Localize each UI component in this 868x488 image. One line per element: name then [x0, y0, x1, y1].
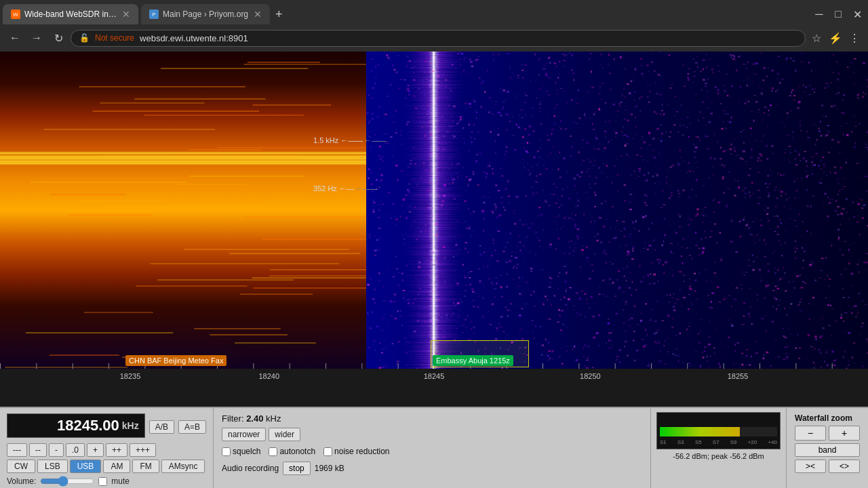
mute-label: mute: [111, 476, 130, 486]
browser-chrome: W Wide-band WebSDR in Ensc... ✕ P Main P…: [0, 0, 868, 52]
nav-right-button[interactable]: <>: [829, 460, 860, 473]
tune-point0-button[interactable]: .0: [66, 443, 85, 457]
window-controls: ─ □ ✕: [811, 6, 868, 22]
tab-close-websdr[interactable]: ✕: [122, 9, 130, 20]
meter-bar: [660, 427, 740, 436]
tab-bar: W Wide-band WebSDR in Ensc... ✕ P Main P…: [0, 0, 868, 24]
waterfall-display[interactable]: 1.5 kHz ←—— 352 Hz ←— 18235 18240 18245 …: [0, 52, 868, 384]
tune-p-button[interactable]: +: [87, 443, 104, 457]
squelch-label[interactable]: squelch: [222, 447, 260, 456]
zoom-out-button[interactable]: −: [795, 426, 826, 441]
aeqb-button[interactable]: A=B: [178, 420, 206, 434]
waterfall-zoom-title: Waterfall zoom: [795, 413, 860, 423]
filter-unit: kHz: [266, 413, 281, 424]
tune-dd-button[interactable]: --: [29, 443, 47, 457]
waterfall-zoom-section: Waterfall zoom − + band >< <>: [787, 408, 868, 488]
security-lock-icon: 🔓: [79, 33, 90, 43]
meter-scale: S1 S3 S5 S7 S9 +20 +40: [657, 436, 780, 447]
waterfall-canvas: [0, 52, 868, 370]
volume-row: Volume: mute: [7, 476, 206, 487]
bw-marker-1-label: 1.5 kHz ←——: [313, 136, 363, 144]
freq-label-18245: 18245: [424, 372, 445, 380]
filter-width-buttons: narrower wider: [222, 428, 642, 441]
band-button[interactable]: band: [795, 443, 860, 457]
freq-label-18255: 18255: [728, 372, 749, 380]
zoom-row: − +: [795, 426, 860, 441]
tab-favicon-priyom: P: [149, 9, 159, 19]
restore-button[interactable]: □: [830, 6, 846, 22]
audio-meter-section: S1 S3 S5 S7 S9 +20 +40 -56.2 dBm; peak -…: [651, 408, 787, 488]
autonotch-checkbox[interactable]: [269, 447, 277, 456]
filter-value: 2.40: [246, 413, 263, 424]
mode-am-button[interactable]: AM: [103, 460, 130, 473]
minimize-button[interactable]: ─: [811, 6, 827, 22]
tab-title-websdr: Wide-band WebSDR in Ensc...: [24, 9, 117, 19]
frequency-unit: kHz: [122, 420, 139, 431]
signal-label-embassy[interactable]: Embassy Abuja 1215z: [433, 355, 513, 366]
close-button[interactable]: ✕: [849, 6, 865, 22]
filter-section: Filter: 2.40 kHz narrower wider squelch …: [214, 408, 651, 488]
frequency-axis: 18235 18240 18245 18250 18255: [0, 369, 868, 384]
frequency-display: 18245.00 kHz: [7, 413, 145, 438]
security-label: Not secure: [95, 33, 134, 43]
filter-info: Filter: 2.40 kHz: [222, 413, 642, 424]
address-bar: ← → ↻ 🔓 Not secure websdr.ewi.utwente.nl…: [0, 24, 868, 52]
mode-cw-button[interactable]: CW: [7, 460, 35, 473]
squelch-checkbox[interactable]: [222, 447, 231, 456]
back-button[interactable]: ←: [5, 28, 24, 47]
reload-button[interactable]: ↻: [49, 28, 68, 47]
tune-buttons-row: --- -- - .0 + ++ +++: [7, 443, 206, 457]
audio-recording-label: Audio recording: [222, 464, 279, 473]
url-text: websdr.ewi.utwente.nl:8901: [140, 33, 248, 43]
nav-row: >< <>: [795, 460, 860, 473]
tab-title-priyom: Main Page › Priyom.org: [163, 9, 248, 19]
recording-size: 1969 kB: [315, 464, 344, 473]
nav-left-button[interactable]: ><: [795, 460, 826, 473]
volume-label: Volume:: [7, 476, 36, 486]
bw-marker-2: 352 Hz ←—: [313, 184, 378, 192]
volume-slider[interactable]: [40, 476, 94, 487]
frequency-section: 18245.00 kHz A/B A=B --- -- - .0 + ++ ++…: [0, 408, 214, 488]
ab-button[interactable]: A/B: [149, 420, 174, 434]
wider-button[interactable]: wider: [269, 428, 300, 441]
tab-close-priyom[interactable]: ✕: [254, 9, 262, 20]
tune-d-button[interactable]: -: [49, 443, 64, 457]
extensions-button[interactable]: ⚡: [827, 30, 844, 46]
menu-button[interactable]: ⋮: [846, 30, 863, 46]
mode-usb-button[interactable]: USB: [70, 460, 102, 473]
filter-label: Filter:: [222, 413, 244, 424]
forward-button[interactable]: →: [27, 28, 46, 47]
noise-reduction-checkbox[interactable]: [323, 447, 332, 456]
stop-button[interactable]: stop: [283, 462, 311, 475]
meter-db-value: -56.2 dBm; peak -56.2 dBm: [656, 452, 781, 460]
bookmarks-button[interactable]: ☆: [808, 30, 825, 46]
freq-label-18240: 18240: [259, 372, 280, 380]
bw-marker-1: 1.5 kHz ←——: [313, 136, 387, 144]
noise-reduction-label[interactable]: noise reduction: [323, 447, 389, 456]
tune-pp-button[interactable]: ++: [106, 443, 127, 457]
frequency-value: 18245.00: [57, 417, 119, 434]
mute-checkbox[interactable]: [98, 477, 107, 486]
signal-label-chn-baf[interactable]: CHN BAF Beijing Meteo Fax: [125, 355, 226, 366]
tune-ppp-button[interactable]: +++: [130, 443, 156, 457]
url-box[interactable]: 🔓 Not secure websdr.ewi.utwente.nl:8901: [71, 30, 806, 47]
audio-recording-row: Audio recording stop 1969 kB: [222, 462, 642, 475]
narrower-button[interactable]: narrower: [222, 428, 266, 441]
freq-label-18250: 18250: [580, 372, 601, 380]
bw-marker-2-label: 352 Hz ←—: [313, 184, 354, 192]
freq-label-18235: 18235: [120, 372, 141, 380]
mode-buttons-row: CW LSB USB AM FM AMsync: [7, 460, 206, 473]
mode-amsync-button[interactable]: AMsync: [161, 460, 205, 473]
tab-websdr[interactable]: W Wide-band WebSDR in Ensc... ✕: [3, 4, 138, 24]
control-panel: 18245.00 kHz A/B A=B --- -- - .0 + ++ ++…: [0, 407, 868, 488]
zoom-in-button[interactable]: +: [829, 426, 860, 441]
tab-priyom[interactable]: P Main Page › Priyom.org ✕: [141, 4, 270, 24]
tab-favicon-websdr: W: [11, 9, 20, 19]
tune-ddd-button[interactable]: ---: [7, 443, 27, 457]
mode-fm-button[interactable]: FM: [132, 460, 159, 473]
new-tab-button[interactable]: +: [270, 7, 288, 22]
meter-display: S1 S3 S5 S7 S9 +20 +40: [656, 412, 781, 449]
squelch-row: squelch autonotch noise reduction: [222, 447, 642, 456]
mode-lsb-button[interactable]: LSB: [37, 460, 68, 473]
autonotch-label[interactable]: autonotch: [269, 447, 315, 456]
